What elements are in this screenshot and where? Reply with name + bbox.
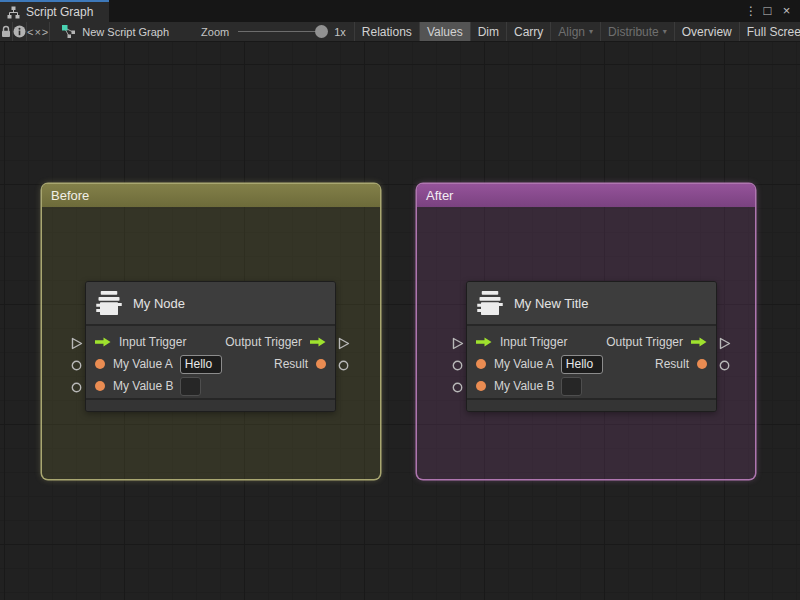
- overview-button[interactable]: Overview: [674, 22, 739, 41]
- flow-in-arrow-icon: [95, 337, 111, 347]
- graph-canvas[interactable]: Before After My Node: [0, 42, 800, 600]
- flow-output-port[interactable]: [338, 337, 350, 350]
- trigger-row: Input Trigger Output Trigger: [467, 331, 716, 353]
- code-icon: <×>: [27, 26, 49, 38]
- value-b-port[interactable]: [71, 382, 82, 393]
- graph-asset-button[interactable]: New Script Graph: [50, 22, 179, 41]
- window-menu-icon[interactable]: ⋮: [745, 0, 757, 22]
- dropdown-arrow-icon: ▾: [663, 28, 667, 36]
- result-port[interactable]: [719, 360, 730, 371]
- group-after-header[interactable]: After: [417, 184, 755, 207]
- result-label: Result: [274, 357, 308, 371]
- flow-input-port[interactable]: [71, 337, 83, 350]
- script-graph-window: Script Graph ⋮ □ × <×>: [0, 0, 800, 600]
- unit-icon: [477, 291, 503, 315]
- flow-input-port[interactable]: [452, 337, 464, 350]
- value-b-row: My Value B: [86, 375, 335, 397]
- script-graph-asset-icon: [62, 25, 75, 38]
- value-a-label: My Value A: [494, 357, 554, 371]
- relations-button[interactable]: Relations: [354, 22, 419, 41]
- value-port-icon: [476, 381, 486, 391]
- node-my-node-header[interactable]: My Node: [86, 282, 335, 326]
- graph-hierarchy-icon: [7, 6, 20, 19]
- zoom-slider-knob[interactable]: [315, 25, 328, 38]
- flow-out-arrow-icon: [691, 337, 707, 347]
- carry-button[interactable]: Carry: [506, 22, 550, 41]
- tab-bar: Script Graph ⋮ □ ×: [0, 0, 800, 22]
- dim-button[interactable]: Dim: [470, 22, 506, 41]
- node-title: My New Title: [514, 296, 588, 311]
- node-my-new-title[interactable]: My New Title Input Trigger Output Trigge…: [466, 281, 717, 412]
- value-a-input[interactable]: [561, 355, 603, 374]
- value-b-label: My Value B: [494, 379, 554, 393]
- zoom-control: Zoom 1x: [201, 22, 346, 41]
- node-footer: [86, 398, 335, 411]
- value-a-port[interactable]: [71, 360, 82, 371]
- value-port-icon: [95, 359, 105, 369]
- flow-output-port[interactable]: [719, 337, 731, 350]
- info-icon: [13, 25, 26, 38]
- align-dropdown[interactable]: Align ▾: [550, 22, 600, 41]
- zoom-label: Zoom: [201, 26, 229, 38]
- inspector-button[interactable]: [13, 22, 27, 41]
- zoom-value: 1x: [334, 26, 346, 38]
- dropdown-arrow-icon: ▾: [589, 28, 593, 36]
- value-a-row: My Value A Result: [467, 353, 716, 375]
- value-b-input[interactable]: [561, 377, 582, 396]
- distribute-dropdown[interactable]: Distribute ▾: [600, 22, 674, 41]
- node-port-rows: Input Trigger Output Trigger My Value A …: [467, 326, 716, 398]
- close-icon[interactable]: ×: [778, 0, 795, 22]
- result-label: Result: [655, 357, 689, 371]
- group-before-label: Before: [51, 188, 89, 203]
- value-port-icon: [476, 359, 486, 369]
- graph-name-label: New Script Graph: [82, 26, 169, 38]
- lock-icon: [0, 25, 12, 38]
- result-port-icon: [316, 359, 326, 369]
- tab-script-graph[interactable]: Script Graph: [0, 0, 109, 22]
- trigger-row: Input Trigger Output Trigger: [86, 331, 335, 353]
- code-preview-button[interactable]: <×>: [27, 22, 50, 41]
- toolbar-buttons: Relations Values Dim Carry Align ▾ Distr…: [354, 22, 800, 41]
- lock-button[interactable]: [0, 22, 13, 41]
- flow-in-arrow-icon: [476, 337, 492, 347]
- input-trigger-label: Input Trigger: [119, 335, 186, 349]
- values-button[interactable]: Values: [419, 22, 470, 41]
- value-b-row: My Value B: [467, 375, 716, 397]
- unit-icon: [96, 291, 122, 315]
- value-port-icon: [95, 381, 105, 391]
- value-b-port[interactable]: [452, 382, 463, 393]
- output-trigger-label: Output Trigger: [225, 335, 302, 349]
- group-before-header[interactable]: Before: [42, 184, 380, 207]
- node-my-new-title-header[interactable]: My New Title: [467, 282, 716, 326]
- group-after-label: After: [426, 188, 453, 203]
- graph-toolbar: <×> New Script Graph Zoom 1x Relations: [0, 22, 800, 42]
- value-b-input[interactable]: [180, 377, 201, 396]
- result-port[interactable]: [338, 360, 349, 371]
- node-my-node[interactable]: My Node Input Trigger Output Trigger My …: [85, 281, 336, 412]
- value-a-port[interactable]: [452, 360, 463, 371]
- value-a-row: My Value A Result: [86, 353, 335, 375]
- node-footer: [467, 398, 716, 411]
- value-a-label: My Value A: [113, 357, 173, 371]
- tab-title: Script Graph: [26, 5, 93, 19]
- full-screen-button[interactable]: Full Screen: [739, 22, 800, 41]
- node-title: My Node: [133, 296, 185, 311]
- zoom-slider[interactable]: [238, 31, 324, 32]
- window-controls: ⋮ □ ×: [745, 0, 800, 22]
- flow-out-arrow-icon: [310, 337, 326, 347]
- value-b-label: My Value B: [113, 379, 173, 393]
- maximize-icon[interactable]: □: [759, 0, 776, 22]
- result-port-icon: [697, 359, 707, 369]
- output-trigger-label: Output Trigger: [606, 335, 683, 349]
- node-port-rows: Input Trigger Output Trigger My Value A …: [86, 326, 335, 398]
- value-a-input[interactable]: [180, 355, 222, 374]
- input-trigger-label: Input Trigger: [500, 335, 567, 349]
